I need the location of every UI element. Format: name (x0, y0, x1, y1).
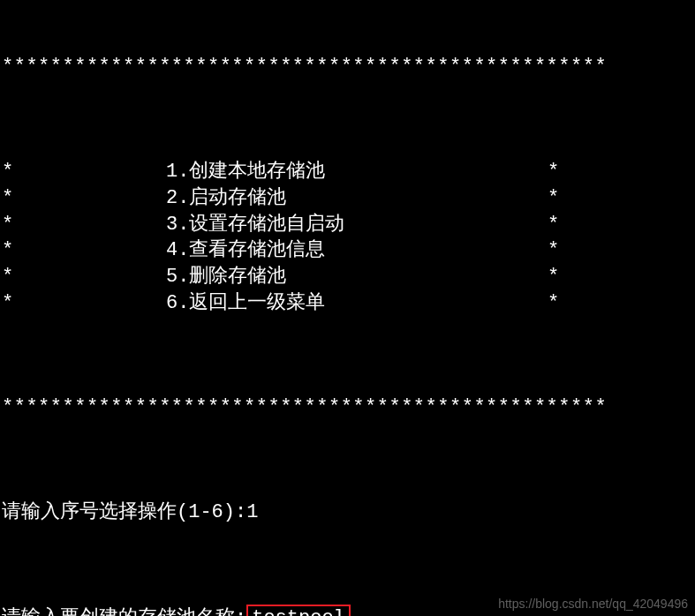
menu-star-left: * (2, 237, 14, 264)
prompt-select-op: 请输入序号选择操作(1-6):1 (2, 500, 695, 526)
star-border-top: ****************************************… (2, 54, 695, 80)
menu-row: *1.创建本地存储池* (2, 159, 695, 185)
menu-star-left: * (2, 185, 14, 212)
menu-star-left: * (2, 212, 14, 238)
menu-star-left: * (2, 159, 14, 185)
menu-item-5[interactable]: 5.删除存储池 (14, 264, 286, 290)
menu-star-right: * (548, 159, 559, 185)
menu-item-3[interactable]: 3.设置存储池自启动 (14, 212, 344, 238)
menu-item-1[interactable]: 1.创建本地存储池 (14, 159, 325, 185)
menu-row: *3.设置存储池自启动* (2, 212, 695, 238)
menu-item-2[interactable]: 2.启动存储池 (14, 185, 286, 212)
star-border-bottom: ****************************************… (2, 394, 695, 421)
prompt-select-label: 请输入序号选择操作(1-6): (2, 500, 246, 526)
menu-star-right: * (548, 290, 559, 317)
menu-star-right: * (548, 264, 559, 290)
menu-row: *6.返回上一级菜单* (2, 290, 695, 317)
menu-item-4[interactable]: 4.查看存储池信息 (14, 237, 325, 264)
menu-item-6[interactable]: 6.返回上一级菜单 (14, 290, 325, 317)
prompt-pool-label: 请输入要创建的存储池名称: (2, 605, 246, 616)
menu-row: *5.删除存储池* (2, 264, 695, 290)
menu-container: *1.创建本地存储池**2.启动存储池**3.设置存储池自启动**4.查看存储池… (2, 159, 695, 316)
menu-star-left: * (2, 264, 14, 290)
menu-star-right: * (548, 185, 559, 212)
pool-name-input[interactable]: testpool (246, 605, 351, 616)
terminal-output: ****************************************… (2, 2, 695, 616)
menu-star-right: * (548, 237, 559, 264)
prompt-select-value[interactable]: 1 (246, 500, 258, 526)
menu-row: *4.查看存储池信息* (2, 237, 695, 264)
menu-star-right: * (548, 212, 559, 238)
watermark: https://blog.csdn.net/qq_42049496 (498, 596, 688, 612)
menu-star-left: * (2, 290, 14, 317)
menu-row: *2.启动存储池* (2, 185, 695, 212)
